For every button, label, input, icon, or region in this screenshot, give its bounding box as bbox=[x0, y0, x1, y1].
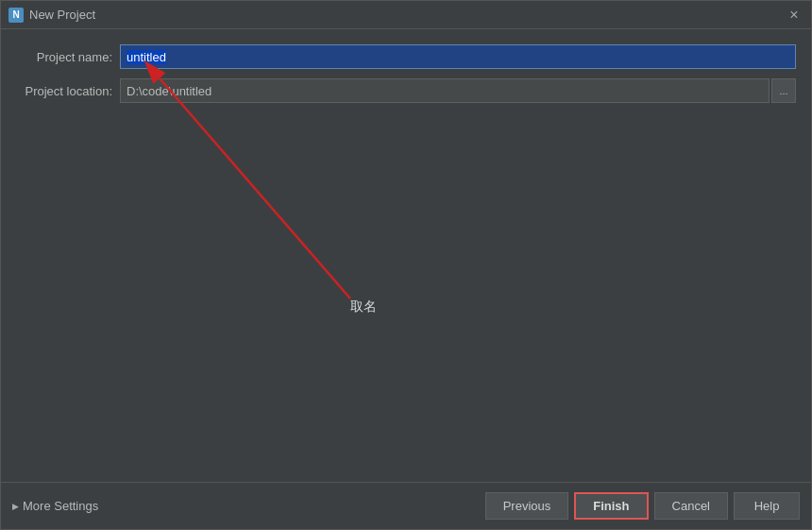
project-name-input[interactable] bbox=[120, 44, 796, 69]
more-settings-triangle-icon: ▶ bbox=[12, 502, 19, 511]
finish-button[interactable]: Finish bbox=[574, 492, 648, 520]
more-settings-toggle[interactable]: ▶ More Settings bbox=[12, 499, 98, 513]
cancel-button[interactable]: Cancel bbox=[654, 492, 728, 520]
dialog-content: Project name: Project location: ... 取名 bbox=[1, 29, 811, 482]
more-settings-label: More Settings bbox=[23, 499, 98, 513]
project-name-label: Project name: bbox=[16, 50, 120, 64]
bottom-bar: ▶ More Settings Previous Finish Cancel H… bbox=[1, 482, 811, 529]
close-button[interactable]: × bbox=[785, 6, 804, 25]
new-project-dialog: N New Project × Project name: Project lo… bbox=[0, 0, 812, 530]
project-location-row: Project location: ... bbox=[16, 78, 796, 103]
title-bar-left: N New Project bbox=[8, 8, 95, 23]
project-location-label: Project location: bbox=[16, 84, 120, 98]
project-location-input[interactable] bbox=[120, 78, 770, 103]
svg-line-1 bbox=[160, 78, 350, 299]
help-button[interactable]: Help bbox=[734, 492, 800, 520]
title-bar: N New Project × bbox=[1, 1, 811, 29]
project-name-row: Project name: bbox=[16, 44, 796, 69]
dialog-buttons: Previous Finish Cancel Help bbox=[485, 492, 800, 520]
browse-button[interactable]: ... bbox=[771, 78, 796, 103]
previous-button[interactable]: Previous bbox=[485, 492, 569, 520]
dialog-icon: N bbox=[8, 8, 24, 23]
dialog-title: New Project bbox=[29, 8, 95, 22]
annotation-text: 取名 bbox=[350, 299, 377, 316]
location-row-inner: ... bbox=[120, 78, 796, 103]
